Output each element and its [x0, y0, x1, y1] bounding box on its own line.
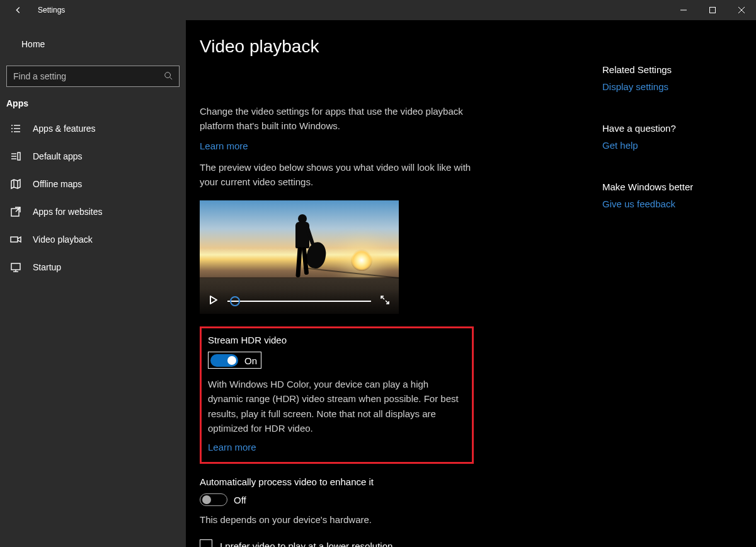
open-icon [10, 206, 21, 217]
autoprocess-toggle-label: Off [234, 495, 246, 505]
map-icon [10, 178, 21, 190]
sidebar-item-video-playback[interactable]: Video playback [0, 226, 186, 253]
svg-line-19 [16, 207, 20, 212]
window-title: Settings [38, 6, 65, 14]
search-icon [164, 71, 173, 82]
autoprocess-section: Automatically process video to enhance i… [200, 476, 471, 527]
fullscreen-icon[interactable] [380, 295, 390, 308]
svg-rect-1 [710, 8, 716, 13]
learn-more-link[interactable]: Learn more [200, 141, 248, 151]
minimize-button[interactable] [669, 0, 698, 20]
title-bar: Settings [0, 0, 756, 20]
hdr-learn-more-link[interactable]: Learn more [208, 442, 256, 452]
sidebar-item-apps-websites[interactable]: Apps for websites [0, 198, 186, 226]
autoprocess-toggle[interactable] [200, 493, 227, 506]
right-column: Related Settings Display settings Have a… [602, 64, 728, 240]
list-icon [10, 123, 21, 134]
sidebar-home-label: Home [21, 39, 45, 49]
feedback-title: Make Windows better [602, 181, 728, 192]
sidebar: Home Apps Apps & features Default apps O… [0, 20, 186, 547]
play-icon[interactable] [209, 295, 219, 308]
close-button[interactable] [727, 0, 756, 20]
sidebar-item-offline-maps[interactable]: Offline maps [0, 170, 186, 198]
svg-rect-15 [18, 153, 20, 160]
intro-text: Change the video settings for apps that … [200, 105, 477, 133]
video-preview[interactable] [200, 200, 399, 314]
sidebar-item-label: Default apps [33, 151, 83, 161]
get-help-link[interactable]: Get help [602, 140, 638, 151]
defaults-icon [10, 151, 21, 162]
autoprocess-title: Automatically process video to enhance i… [200, 476, 471, 487]
sidebar-item-label: Video playback [33, 234, 93, 245]
hdr-toggle[interactable] [210, 354, 238, 367]
preview-sun [351, 250, 372, 271]
video-icon [10, 234, 21, 245]
preview-desc: The preview video below shows you what v… [200, 161, 477, 189]
sidebar-item-apps-features[interactable]: Apps & features [0, 115, 186, 142]
sidebar-item-default-apps[interactable]: Default apps [0, 142, 186, 170]
maximize-button[interactable] [698, 0, 727, 20]
hdr-toggle-label: On [244, 355, 257, 366]
display-settings-link[interactable]: Display settings [602, 81, 668, 92]
sidebar-item-label: Offline maps [33, 179, 82, 189]
svg-rect-20 [11, 237, 18, 242]
back-icon[interactable] [14, 6, 23, 14]
hdr-title: Stream HDR video [208, 335, 462, 345]
sidebar-item-startup[interactable]: Startup [0, 253, 186, 281]
main-content: Video playback Change the video settings… [186, 20, 756, 547]
sidebar-item-label: Startup [33, 262, 61, 272]
seek-bar[interactable] [227, 295, 371, 308]
search-input[interactable] [13, 71, 164, 81]
question-title: Have a question? [602, 123, 728, 134]
video-controls [200, 289, 399, 314]
feedback-link[interactable]: Give us feedback [602, 199, 675, 209]
preview-person [287, 214, 314, 284]
page-title: Video playback [200, 37, 578, 57]
lowres-section: I prefer video to play at a lower resolu… [200, 539, 471, 547]
startup-icon [10, 262, 21, 273]
lowres-checkbox[interactable] [200, 539, 212, 547]
hdr-desc: With Windows HD Color, your device can p… [208, 377, 460, 435]
svg-rect-21 [11, 263, 20, 270]
search-box[interactable] [6, 66, 180, 87]
sidebar-home[interactable]: Home [0, 32, 186, 57]
related-settings-title: Related Settings [602, 64, 728, 75]
svg-point-4 [165, 72, 171, 78]
svg-line-5 [170, 77, 173, 79]
sidebar-item-label: Apps for websites [33, 207, 103, 217]
lowres-label: I prefer video to play at a lower resolu… [220, 541, 392, 547]
autoprocess-desc: This depends on your device's hardware. [200, 512, 452, 527]
hdr-toggle-highlight: On [208, 352, 261, 369]
sidebar-item-label: Apps & features [33, 124, 96, 134]
sidebar-section-title: Apps [0, 98, 186, 115]
hdr-section-highlight: Stream HDR video On With Windows HD Colo… [200, 326, 474, 464]
